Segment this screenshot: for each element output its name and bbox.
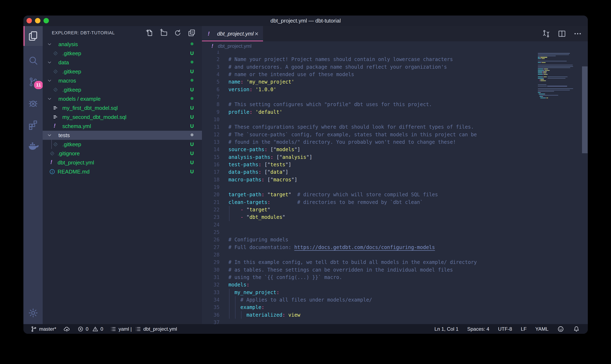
minimize-window-button[interactable]: [35, 18, 40, 23]
folder-label: tests: [58, 132, 70, 139]
code-line-11[interactable]: 11# These configurations specify where d…: [202, 123, 588, 131]
code-line-36[interactable]: 36 materialized: view: [202, 311, 588, 318]
code-line-18[interactable]: 18macro-paths: ["macros"]: [202, 176, 588, 183]
line-number: 10: [202, 117, 220, 122]
outline-file[interactable]: dbt_project.yml: [135, 326, 177, 332]
tree-item--gitkeep[interactable]: .gitkeepU: [43, 140, 202, 149]
scrollbar-thumb[interactable]: [582, 66, 588, 153]
tree-item-schema-yml[interactable]: !schema.ymlU: [43, 122, 202, 131]
docker-icon[interactable]: [23, 136, 43, 156]
split-editor-icon[interactable]: [557, 29, 566, 38]
branch-icon: [30, 326, 37, 332]
extensions-icon[interactable]: [23, 115, 43, 135]
refresh-icon[interactable]: [174, 29, 182, 37]
code-lines[interactable]: 12# Name your project! Project names sho…: [202, 51, 588, 324]
new-folder-icon[interactable]: [160, 29, 168, 37]
code-line-31[interactable]: 31# using the `{{ config(...) }}` macro.: [202, 274, 588, 281]
tab-dbt-project-yml[interactable]: ! dbt_project.yml ×: [202, 26, 263, 41]
code-line-5[interactable]: 5name: 'my_new_project': [202, 78, 588, 86]
code-line-21[interactable]: 21clean-targets: # directories to be rem…: [202, 198, 588, 206]
eol-setting[interactable]: LF: [521, 326, 527, 332]
yml-file-icon: !: [208, 30, 210, 37]
code-line-16[interactable]: 16test-paths: ["tests"]: [202, 161, 588, 168]
code-line-23[interactable]: 23 - "dbt_modules": [202, 213, 588, 221]
code-line-33[interactable]: 33 my_new_project:: [202, 289, 588, 296]
tab-close-icon[interactable]: ×: [255, 30, 259, 37]
workbench: 11 EXPLORER: DBT-TUTORIAL: [23, 26, 588, 324]
code-line-3[interactable]: 3# and underscores. A good package name …: [202, 63, 588, 71]
cursor-position[interactable]: Ln 1, Col 1: [434, 326, 458, 332]
code-line-2[interactable]: 2# Name your project! Project names shou…: [202, 56, 588, 63]
source-control-icon[interactable]: 11: [23, 72, 43, 92]
code-line-12[interactable]: 12# The `source-paths` config, for examp…: [202, 131, 588, 138]
code-line-22[interactable]: 22 - "target": [202, 206, 588, 213]
code-line-34[interactable]: 34 # Applies to all files under models/e…: [202, 296, 588, 304]
warning-count: 0: [100, 326, 103, 332]
tree-item-macros[interactable]: macros: [43, 76, 202, 85]
code-line-17[interactable]: 17data-paths: ["data"]: [202, 168, 588, 176]
file-label: dbt_project.yml: [57, 159, 94, 166]
more-actions-icon[interactable]: [573, 29, 582, 38]
settings-gear-icon[interactable]: [23, 303, 43, 323]
close-window-button[interactable]: [27, 18, 32, 23]
code-line-32[interactable]: 32models:: [202, 281, 588, 288]
collapse-all-icon[interactable]: [187, 29, 196, 37]
problems-status[interactable]: 0 0: [77, 326, 103, 332]
tree-item-data[interactable]: data: [43, 58, 202, 67]
tree-item--gitkeep[interactable]: .gitkeepU: [43, 67, 202, 76]
search-icon[interactable]: [23, 51, 43, 71]
minimap-line: [538, 62, 582, 63]
notifications-bell-icon[interactable]: [573, 325, 580, 333]
explorer-icon[interactable]: [23, 26, 43, 46]
code-line-19[interactable]: 19: [202, 183, 588, 191]
code-line-4[interactable]: 4# name or the intended use of these mod…: [202, 71, 588, 78]
breadcrumb[interactable]: ! dbt_project.yml: [202, 41, 588, 51]
code-line-28[interactable]: 28: [202, 251, 588, 259]
outline-language[interactable]: yaml |: [110, 326, 132, 332]
encoding-setting[interactable]: UTF-8: [498, 326, 512, 332]
tree-item-my-first-dbt-model-sql[interactable]: my_first_dbt_model.sqlU: [43, 104, 202, 113]
feedback-smiley-icon[interactable]: [557, 325, 564, 333]
code-line-37[interactable]: 37: [202, 319, 588, 324]
tree-item--gitkeep[interactable]: .gitkeepU: [43, 85, 202, 94]
code-line-14[interactable]: 14source-paths: ["models"]: [202, 146, 588, 153]
code-line-25[interactable]: 25: [202, 229, 588, 236]
minimap-line: [538, 94, 582, 94]
line-text: version: '1.0.0': [228, 87, 276, 92]
code-line-35[interactable]: 35 example:: [202, 304, 588, 311]
zoom-window-button[interactable]: [43, 18, 49, 23]
line-number: 6: [202, 87, 220, 92]
debug-icon[interactable]: [23, 93, 43, 113]
tree-item-my-second-dbt-model-sql[interactable]: my_second_dbt_model.sqlU: [43, 113, 202, 122]
git-branch-status[interactable]: master*: [30, 326, 56, 332]
tree-item--gitignore[interactable]: .gitignoreU: [43, 149, 202, 158]
sync-status[interactable]: [63, 325, 70, 333]
code-line-6[interactable]: 6version: '1.0.0': [202, 86, 588, 93]
code-line-27[interactable]: 27# Full documentation: https://docs.get…: [202, 244, 588, 251]
indentation-setting[interactable]: Spaces: 4: [467, 326, 489, 332]
code-line-8[interactable]: 8# This setting configures which "profil…: [202, 101, 588, 108]
code-line-29[interactable]: 29# In this example config, we tell dbt …: [202, 259, 588, 266]
tree-item-dbt-project-yml[interactable]: !dbt_project.ymlU: [43, 158, 202, 167]
code-line-10[interactable]: 10: [202, 116, 588, 123]
code-line-26[interactable]: 26# Configuring models: [202, 236, 588, 243]
code-line-1[interactable]: 1: [202, 51, 588, 56]
tree-item-readme-md[interactable]: README.mdU: [43, 167, 202, 176]
compare-changes-icon[interactable]: [542, 29, 551, 38]
line-text: analysis-paths: ["analysis"]: [228, 154, 312, 160]
code-line-20[interactable]: 20target-path: "target" # directory whic…: [202, 191, 588, 198]
code-line-15[interactable]: 15analysis-paths: ["analysis"]: [202, 154, 588, 161]
code-line-24[interactable]: 24: [202, 221, 588, 229]
tree-item--gitkeep[interactable]: .gitkeepU: [43, 49, 202, 58]
new-file-icon[interactable]: [146, 29, 154, 37]
code-line-13[interactable]: 13# found in the "models/" directory. Yo…: [202, 138, 588, 146]
code-line-9[interactable]: 9profile: 'default': [202, 108, 588, 116]
tree-item-analysis[interactable]: analysis: [43, 40, 202, 49]
tree-item-models-example[interactable]: models / example: [43, 94, 202, 104]
tree-item-tests[interactable]: tests: [43, 131, 202, 140]
file-label: schema.yml: [62, 123, 91, 130]
minimap[interactable]: [538, 51, 582, 324]
code-line-30[interactable]: 30# as tables. These settings can be ove…: [202, 266, 588, 274]
language-mode[interactable]: YAML: [535, 326, 548, 332]
code-line-7[interactable]: 7: [202, 93, 588, 101]
